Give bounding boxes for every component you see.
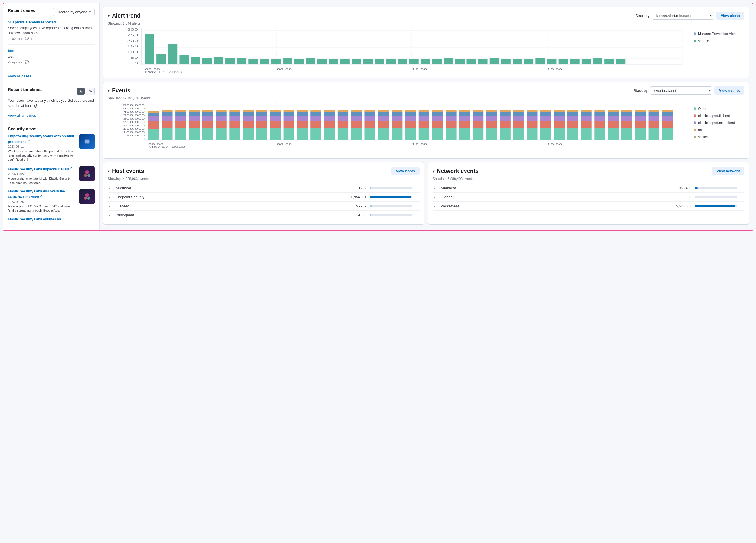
view-hosts-button[interactable]: View hosts [391,167,420,175]
legend-menu-icon[interactable]: ⋮ [740,113,744,118]
events-stack-by-row: Stack by event.dataset View events [634,87,744,95]
legend-dot-socket [694,136,696,139]
svg-rect-182 [338,116,348,121]
news-content: Elastic Security Labs outlines an [8,217,95,222]
svg-rect-118 [527,128,537,140]
svg-text:250: 250 [127,34,138,37]
table-row: › Endpoint Security 3,954,881 [108,193,420,202]
svg-rect-119 [540,128,551,140]
collapse-icon[interactable]: ▾ [433,169,435,174]
legend-item-other: Other ⋮ [694,106,744,111]
svg-rect-124 [608,128,619,140]
svg-rect-234 [513,112,524,116]
svg-rect-208 [162,112,172,116]
svg-rect-134 [216,121,227,128]
svg-rect-95 [216,128,227,140]
svg-text:300,000: 300,000 [123,117,145,120]
svg-rect-36 [248,59,258,64]
network-events-card: ▾ Network events View network Showing: 5… [428,162,749,225]
svg-rect-66 [593,59,602,64]
legend-dot-malware [694,33,696,35]
expand-row-icon[interactable]: › [109,205,110,208]
svg-rect-153 [473,121,483,128]
svg-rect-174 [229,116,240,121]
case-desc: Several employees have reported receivin… [8,25,95,36]
svg-text:00:00: 00:00 [145,68,160,71]
expand-row-icon[interactable]: › [434,196,435,199]
news-list: Empowering security teams with prebuilt … [8,134,95,222]
collapse-icon[interactable]: ▾ [108,88,110,93]
svg-rect-280 [608,111,619,113]
news-link-0[interactable]: Empowering security teams with prebuilt … [8,134,77,144]
svg-rect-181 [324,116,335,121]
svg-rect-167 [662,121,673,128]
host-event-count: 3,954,881 [274,193,369,202]
host-events-header: ▾ Host events View hosts [108,167,420,175]
legend-menu-icon[interactable]: ⋮ [740,120,744,126]
expand-row-icon[interactable]: › [434,187,435,190]
created-by-dropdown[interactable]: Created by anyone ▾ [53,8,95,16]
view-network-button[interactable]: View network [712,167,744,175]
alert-trend-title: Alert trend [112,12,141,19]
svg-rect-68 [616,59,625,64]
svg-rect-152 [459,121,470,128]
svg-rect-278 [581,111,591,113]
case-link-suspicious[interactable]: Suspicious emails reported [8,20,56,24]
svg-rect-103 [324,128,335,140]
svg-rect-52 [432,59,442,64]
svg-rect-38 [271,59,281,64]
legend-menu-icon[interactable]: ⋮ [740,31,744,36]
new-timeline-btn[interactable]: ✎ [87,88,95,95]
svg-rect-55 [466,59,476,64]
svg-rect-105 [351,128,362,140]
legend-menu-icon[interactable]: ⋮ [740,134,744,140]
svg-rect-224 [378,113,389,116]
expand-row-icon[interactable]: › [434,205,435,208]
legend-menu-icon[interactable]: ⋮ [740,38,744,44]
svg-text:350,000: 350,000 [123,114,145,117]
favorite-timeline-btn[interactable]: ★ [77,88,85,95]
table-row: › Filebeat 55,937 [108,202,420,211]
expand-row-icon[interactable]: › [109,187,110,190]
svg-rect-101 [297,128,308,140]
svg-rect-223 [364,112,375,116]
comment-icon: 💬 [25,60,29,64]
events-stack-by-select[interactable]: event.dataset [650,87,712,95]
svg-rect-225 [392,112,402,116]
collapse-icon[interactable]: ▾ [108,14,110,18]
svg-rect-120 [554,128,565,140]
svg-rect-133 [202,121,213,128]
svg-rect-164 [621,121,632,128]
svg-rect-50 [409,59,418,64]
view-alerts-button[interactable]: View alerts [716,12,744,20]
expand-row-icon[interactable]: › [109,214,110,217]
timelines-message: You haven't favorited any timelines yet.… [8,98,95,108]
view-all-cases-link[interactable]: View all cases [8,74,31,78]
network-event-bar [694,202,744,211]
host-event-name: Auditbeat [115,184,274,193]
legend-dot-metricbeat [694,122,696,124]
legend-menu-icon[interactable]: ⋮ [740,127,744,133]
expand-row-icon[interactable]: › [109,196,110,199]
svg-rect-246 [148,111,159,113]
news-link-1[interactable]: Elastic Security Labs unpacks ICEDID ↗ [8,166,77,172]
news-link-2[interactable]: Elastic Security Labs discovers the LOBS… [8,189,77,200]
case-link-test[interactable]: test [8,49,14,53]
svg-rect-112 [446,128,456,140]
alert-trend-stack-by-select[interactable]: kibana.alert.rule.name [652,12,714,20]
svg-rect-146 [378,121,389,128]
svg-rect-180 [310,116,321,121]
svg-text:0: 0 [134,62,138,65]
svg-rect-220 [324,113,335,116]
legend-menu-icon[interactable]: ⋮ [740,106,744,111]
collapse-icon[interactable]: ▾ [108,169,110,174]
news-link-3[interactable]: Elastic Security Labs outlines an [8,217,95,222]
svg-rect-187 [405,116,416,121]
view-events-button[interactable]: View events [714,87,744,95]
svg-rect-217 [284,113,294,116]
view-all-timelines-link[interactable]: View all timelines [8,113,36,118]
svg-rect-196 [527,116,537,121]
news-thumbnail [79,166,95,181]
svg-rect-268 [446,111,456,113]
svg-rect-131 [175,121,186,128]
